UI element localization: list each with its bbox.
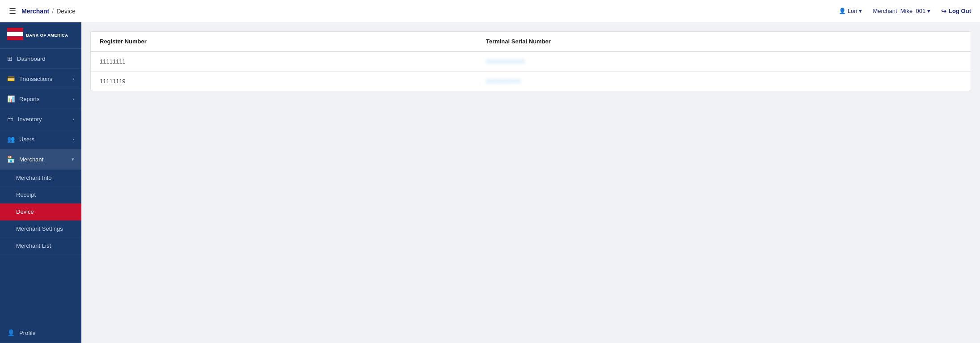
breadcrumb-merchant[interactable]: Merchant xyxy=(21,8,49,15)
boa-name: BANK OF AMERICA xyxy=(26,33,68,38)
merchant-chevron-icon xyxy=(72,157,74,162)
merchant-list-label: Merchant List xyxy=(16,242,51,249)
sidebar-item-device[interactable]: Device xyxy=(0,203,81,220)
blurred-serial-value: XXXXXXXXXX xyxy=(486,58,525,65)
svg-rect-2 xyxy=(7,36,23,40)
sidebar-item-profile[interactable]: 👤 Profile xyxy=(0,323,81,343)
register-number-cell: 11111119 xyxy=(91,72,477,91)
svg-rect-1 xyxy=(7,32,23,36)
col-serial-number-header: Terminal Serial Number xyxy=(477,32,971,51)
header-left: ☰ Merchant / Device xyxy=(9,6,76,16)
sidebar-item-merchant-info[interactable]: Merchant Info xyxy=(0,169,81,186)
user-menu[interactable]: 👤 Lori xyxy=(839,8,862,14)
transactions-icon: 💳 xyxy=(7,75,15,82)
merchant-icon: 🏪 xyxy=(7,156,15,163)
svg-rect-0 xyxy=(7,28,23,32)
serial-number-cell: XXXXXXXXX xyxy=(477,72,971,91)
dashboard-icon: ⊞ xyxy=(7,55,13,62)
device-table: Register Number Terminal Serial Number 1… xyxy=(91,32,971,91)
profile-icon: 👤 xyxy=(7,329,15,336)
serial-number-cell: XXXXXXXXXX xyxy=(477,51,971,72)
users-icon: 👥 xyxy=(7,136,15,143)
sidebar-item-merchant-list[interactable]: Merchant List xyxy=(0,237,81,254)
sidebar-item-transactions[interactable]: 💳 Transactions xyxy=(0,69,81,89)
col-register-number-header: Register Number xyxy=(91,32,477,51)
blurred-serial-value: XXXXXXXXX xyxy=(486,78,521,85)
transactions-chevron-icon xyxy=(72,76,74,81)
user-name: Lori xyxy=(848,8,858,14)
users-chevron-icon xyxy=(72,136,74,142)
logout-icon: ↪ xyxy=(941,8,946,15)
sidebar-merchant-label: Merchant xyxy=(19,156,43,163)
merchant-account-selector[interactable]: Merchant_Mike_001 xyxy=(873,8,930,14)
sidebar-profile-label: Profile xyxy=(19,330,36,336)
sidebar-reports-label: Reports xyxy=(19,96,40,102)
receipt-label: Receipt xyxy=(16,191,36,198)
merchant-info-label: Merchant Info xyxy=(16,174,52,181)
breadcrumb-current-page: Device xyxy=(56,8,76,15)
device-label: Device xyxy=(16,208,34,215)
header-right: 👤 Lori Merchant_Mike_001 ↪ Log Out xyxy=(839,8,971,15)
breadcrumb-separator: / xyxy=(52,8,54,15)
logout-label: Log Out xyxy=(949,8,971,14)
reports-icon: 📊 xyxy=(7,95,15,102)
sidebar-item-users[interactable]: 👥 Users xyxy=(0,129,81,149)
breadcrumb: Merchant / Device xyxy=(21,8,76,15)
reports-chevron-icon xyxy=(72,96,74,102)
inventory-icon: 🗃 xyxy=(7,115,13,123)
sidebar-users-label: Users xyxy=(19,136,34,143)
boa-eagle-icon xyxy=(7,28,23,43)
merchant-settings-label: Merchant Settings xyxy=(16,225,63,232)
sidebar-item-dashboard[interactable]: ⊞ Dashboard xyxy=(0,49,81,69)
sidebar-item-inventory[interactable]: 🗃 Inventory xyxy=(0,109,81,129)
sidebar: BANK OF AMERICA ⊞ Dashboard 💳 Transactio… xyxy=(0,22,81,343)
sidebar-item-receipt[interactable]: Receipt xyxy=(0,186,81,203)
main-layout: BANK OF AMERICA ⊞ Dashboard 💳 Transactio… xyxy=(0,22,980,343)
sidebar-item-reports[interactable]: 📊 Reports xyxy=(0,89,81,109)
sidebar-item-merchant-settings[interactable]: Merchant Settings xyxy=(0,220,81,237)
merchant-chevron-down-icon xyxy=(927,8,930,14)
sidebar-item-merchant[interactable]: 🏪 Merchant xyxy=(0,149,81,169)
inventory-chevron-icon xyxy=(72,116,74,122)
sidebar-inventory-label: Inventory xyxy=(18,116,42,123)
top-header: ☰ Merchant / Device 👤 Lori Merchant_Mike… xyxy=(0,0,980,22)
hamburger-button[interactable]: ☰ xyxy=(9,6,16,16)
sidebar-item-label: Dashboard xyxy=(17,55,46,62)
merchant-account-name: Merchant_Mike_001 xyxy=(873,8,925,14)
content-area: Register Number Terminal Serial Number 1… xyxy=(81,22,980,343)
device-table-card: Register Number Terminal Serial Number 1… xyxy=(90,31,971,91)
register-number-cell: 11111111 xyxy=(91,51,477,72)
logout-button[interactable]: ↪ Log Out xyxy=(941,8,971,15)
user-chevron-down-icon xyxy=(859,8,862,14)
sidebar-transactions-label: Transactions xyxy=(19,76,52,82)
table-row: 11111111 XXXXXXXXXX xyxy=(91,51,971,72)
boa-logo: BANK OF AMERICA xyxy=(0,22,81,49)
user-icon: 👤 xyxy=(839,8,846,14)
table-row: 11111119 XXXXXXXXX xyxy=(91,72,971,91)
